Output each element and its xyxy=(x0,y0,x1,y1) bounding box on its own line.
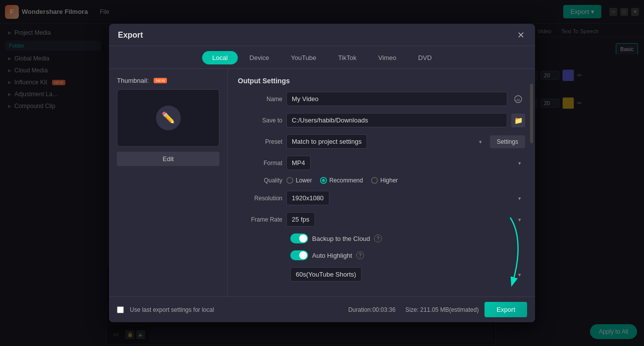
thumbnail-new-badge: NEW xyxy=(154,78,167,83)
modal-thumbnail-section: Thumbnail: NEW ✏️ Edit xyxy=(109,69,228,296)
radio-recommend-inner xyxy=(322,179,325,182)
settings-button[interactable]: Settings xyxy=(490,135,525,148)
form-row-framerate: Frame Rate 25 fps xyxy=(238,212,525,227)
tab-local[interactable]: Local xyxy=(202,51,237,64)
name-input[interactable] xyxy=(286,92,507,106)
quality-higher[interactable]: Higher xyxy=(371,177,398,184)
scrollbar-thumb[interactable] xyxy=(530,84,533,143)
form-row-quality: Quality Lower Recommend xyxy=(238,177,525,184)
form-row-preset: Preset Match to project settings Setting… xyxy=(238,134,525,149)
thumbnail-label: Thumbnail: NEW xyxy=(117,77,219,84)
quality-label: Quality xyxy=(238,177,282,184)
frame-rate-select[interactable]: 25 fps xyxy=(286,212,315,227)
export-modal-button[interactable]: Export xyxy=(484,302,527,317)
modal-title: Export xyxy=(118,31,143,40)
auto-highlight-toggle[interactable] xyxy=(290,250,308,260)
folder-browse-button[interactable]: 📁 xyxy=(511,114,525,127)
quality-recommend-label: Recommend xyxy=(329,177,363,184)
format-select[interactable]: MP4 xyxy=(286,156,311,170)
backup-toggle-knob xyxy=(299,234,307,242)
preset-label: Preset xyxy=(238,138,282,145)
last-settings-checkbox[interactable] xyxy=(117,306,124,313)
modal-close-button[interactable]: ✕ xyxy=(515,30,526,41)
radio-recommend-outer xyxy=(320,177,327,184)
radio-higher-outer xyxy=(371,177,378,184)
quality-lower[interactable]: Lower xyxy=(286,177,312,184)
modal-body: Thumbnail: NEW ✏️ Edit Output Settings N… xyxy=(109,69,535,296)
thumbnail-box: ✏️ xyxy=(117,89,219,147)
toggle-row-backup: Backup to the Cloud ? xyxy=(238,233,525,243)
form-row-save: Save to 📁 xyxy=(238,113,525,127)
form-row-format: Format MP4 xyxy=(238,156,525,170)
ai-name-button[interactable]: AI xyxy=(511,92,525,106)
backup-cloud-toggle[interactable] xyxy=(290,233,308,243)
export-modal: Export ✕ Local Device YouTube TikTok Vim… xyxy=(109,24,535,322)
quality-higher-label: Higher xyxy=(380,177,398,184)
backup-help-icon[interactable]: ? xyxy=(374,234,382,242)
resolution-select[interactable]: 1920x1080 xyxy=(286,191,329,205)
modal-tabs: Local Device YouTube TikTok Vimeo DVD xyxy=(109,46,535,69)
thumbnail-edit-button[interactable]: Edit xyxy=(117,152,219,166)
output-settings-title: Output Settings xyxy=(238,77,525,85)
app-background: F Wondershare Filmora File Export ▾ ─ □ … xyxy=(0,0,644,346)
highlight-help-icon[interactable]: ? xyxy=(356,251,364,259)
tab-vimeo[interactable]: Vimeo xyxy=(368,51,406,64)
tab-youtube[interactable]: YouTube xyxy=(281,51,326,64)
highlight-toggle-knob xyxy=(299,251,307,259)
tab-device[interactable]: Device xyxy=(240,51,279,64)
size-stat: Size: 211.05 MB(estimated) xyxy=(405,306,479,313)
highlight-label: Auto Highlight xyxy=(312,252,352,259)
duration-stat: Duration:00:03:36 xyxy=(348,306,395,313)
preset-select-wrapper: Match to project settings xyxy=(286,134,486,149)
frame-rate-label: Frame Rate xyxy=(238,216,282,223)
save-path-input[interactable] xyxy=(286,113,507,127)
quality-recommend[interactable]: Recommend xyxy=(320,177,363,184)
frame-rate-select-wrapper: 25 fps xyxy=(286,212,525,227)
modal-header: Export ✕ xyxy=(109,24,535,46)
backup-label: Backup to the Cloud xyxy=(312,235,370,242)
form-row-name: Name AI xyxy=(238,92,525,106)
radio-lower-outer xyxy=(286,177,293,184)
name-label: Name xyxy=(238,96,282,103)
toggle-row-highlight: Auto Highlight ? xyxy=(238,250,525,260)
modal-footer: Use last export settings for local Durat… xyxy=(109,296,535,322)
footer-checkbox-label: Use last export settings for local xyxy=(130,306,214,313)
resolution-select-wrapper: 1920x1080 xyxy=(286,191,525,205)
preset-select[interactable]: Match to project settings xyxy=(286,134,367,149)
form-row-shorts: 60s(YouTube Shorts) xyxy=(238,267,525,282)
tab-dvd[interactable]: DVD xyxy=(408,51,441,64)
format-select-wrapper: MP4 xyxy=(286,156,525,170)
format-label: Format xyxy=(238,160,282,167)
shorts-select[interactable]: 60s(YouTube Shorts) xyxy=(290,267,362,282)
save-to-label: Save to xyxy=(238,117,282,124)
modal-settings-section: Output Settings Name AI xyxy=(228,69,535,296)
modal-overlay: Export ✕ Local Device YouTube TikTok Vim… xyxy=(0,0,644,346)
shorts-select-wrapper: 60s(YouTube Shorts) xyxy=(290,267,525,282)
quality-lower-label: Lower xyxy=(296,177,312,184)
footer-stats: Duration:00:03:36 Size: 211.05 MB(estima… xyxy=(348,306,479,313)
tab-tiktok[interactable]: TikTok xyxy=(328,51,366,64)
quality-radio-group: Lower Recommend Higher xyxy=(286,177,398,184)
svg-text:AI: AI xyxy=(516,98,520,102)
resolution-label: Resolution xyxy=(238,195,282,202)
form-row-resolution: Resolution 1920x1080 xyxy=(238,191,525,205)
thumbnail-edit-icon: ✏️ xyxy=(156,106,181,130)
